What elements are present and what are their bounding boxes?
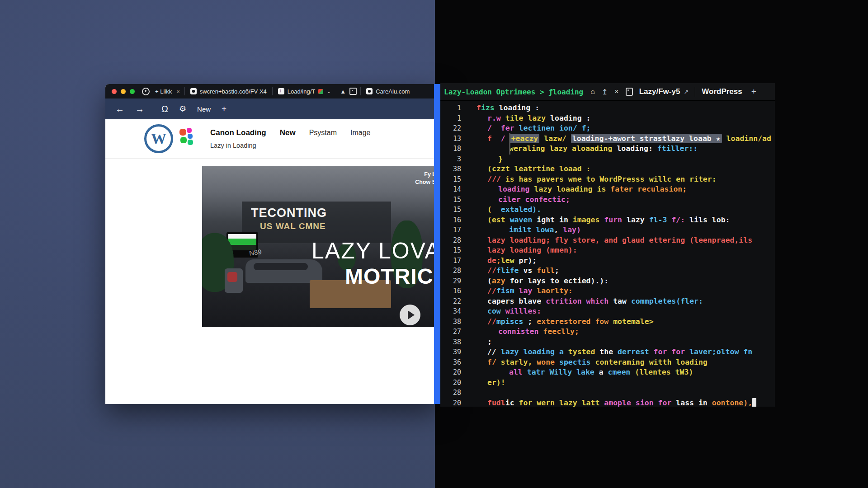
new-tab-button[interactable]: + [222, 104, 226, 114]
extension-box-icon[interactable] [349, 88, 357, 95]
code-token: lazy loadling; fly store, and glaud ette… [487, 236, 752, 244]
pin-icon[interactable]: ↗ [684, 89, 689, 95]
code-token: ; [523, 317, 537, 326]
code-token: r.w [487, 114, 505, 122]
code-token: full [537, 266, 555, 275]
editor-tab-lazy[interactable]: Lazy/Fw-y5 ↗ [633, 83, 695, 100]
code-token: laver;oltow fn [689, 347, 752, 356]
pinned-tab-label[interactable]: + Liikk [155, 88, 172, 95]
minimize-window-button[interactable] [121, 89, 126, 94]
line-number: 29 [440, 276, 461, 286]
chevron-down-icon[interactable]: ⌄ [326, 88, 331, 94]
line-number: 20 [440, 378, 461, 388]
code-token [505, 216, 510, 224]
code-token: willles: [505, 307, 541, 315]
hero-image[interactable]: TECONTING US WAL CMNE N89 Fy L Chow S LA… [202, 166, 440, 327]
line-number: 3 [440, 154, 461, 164]
code-line: 22/ fer lectinen ion/ f; [440, 123, 775, 134]
home-icon[interactable]: ⌂ [590, 88, 595, 96]
close-icon[interactable]: × [176, 88, 180, 95]
code-token [545, 368, 550, 376]
line-number: 28 [440, 235, 461, 246]
code-token [532, 358, 537, 366]
code-token [539, 134, 544, 143]
code-line: 28lazy loadling; fly store, and glaud et… [440, 235, 775, 246]
forward-button[interactable]: → [135, 104, 144, 113]
record-icon[interactable] [142, 88, 150, 95]
code-token [599, 216, 604, 224]
code-token [622, 216, 627, 224]
line-number: 16 [440, 215, 461, 225]
code-token: capers blave [487, 297, 546, 305]
new-button[interactable]: New [197, 105, 211, 113]
code-token: loading [498, 185, 530, 193]
code-token: images [573, 216, 600, 224]
line-number: 17 [440, 225, 461, 235]
export-icon[interactable]: ↥ [602, 88, 608, 96]
code-token: (czzt leatrtine loaad : [487, 164, 590, 173]
code-token: fism [496, 286, 514, 295]
code-token: is has pavers wne to WordPresss willc en… [501, 175, 717, 183]
code-token: loading: [617, 144, 657, 153]
breadcrumb[interactable]: Lazy-Loadon Optrimees > ƒloading [444, 88, 583, 96]
code-token: fudl [487, 399, 505, 407]
code-token: conteraming witth loading [595, 358, 707, 366]
code-token: er)! [487, 378, 505, 387]
close-window-button[interactable] [112, 89, 117, 94]
code-token: lew [501, 256, 514, 265]
play-button[interactable] [400, 305, 420, 325]
code-token: lazy [627, 216, 645, 224]
close-icon[interactable]: × [614, 88, 618, 96]
split-divider[interactable] [434, 84, 440, 404]
refresh-icon[interactable]: Ω [161, 104, 168, 113]
code-token: cmeen [608, 368, 631, 376]
menu-item-canon-loading[interactable]: Canon Loading [210, 128, 266, 137]
code-line: 39// lazy loading a tysted the derrest f… [440, 347, 775, 357]
code-line: 1r.w tile lazy loading : [440, 113, 775, 124]
line-number: 18 [440, 144, 461, 154]
site-subtitle: Lazy in Loading [210, 142, 371, 149]
tab-care[interactable]: CareAlu.com [361, 84, 415, 99]
code-token [514, 256, 519, 265]
code-line: 38; [440, 337, 775, 347]
code-token [564, 347, 568, 356]
menu-item-psystam[interactable]: Psystam [309, 129, 337, 137]
code-editor: Lazy-Loadon Optrimees > ƒloading ⌂ ↥ × L… [440, 83, 775, 407]
back-button[interactable]: ← [115, 104, 124, 113]
code-token: a [594, 368, 608, 376]
line-number: 15 [440, 245, 461, 256]
code-token: /// [487, 175, 501, 183]
code-token: ; [496, 256, 501, 265]
code-line: 29(azy for lays to ectied).): [440, 276, 775, 286]
menu-item-new[interactable]: New [280, 128, 296, 137]
tab-loading[interactable]: Load/ing/T ⌄ [273, 84, 337, 99]
code-token [667, 216, 671, 224]
code-token: (est [487, 216, 505, 224]
code-token: amople sion for [604, 399, 671, 407]
code-line: 36f/ starly, wone spectis conteraming wi… [440, 357, 775, 368]
code-token: f [487, 134, 492, 143]
code-token: , [554, 225, 563, 234]
code-token: fl-3 [649, 216, 667, 224]
maximize-window-button[interactable] [130, 89, 135, 94]
code-token: weraling lazy aloaading [509, 144, 617, 153]
menu-item-image[interactable]: Image [350, 129, 370, 137]
window-controls[interactable] [112, 89, 135, 94]
cursor-arrow-icon[interactable]: ▲ [340, 88, 346, 95]
code-line: 38//mpiscs ; exterestored fow motemale> [440, 317, 775, 327]
code-line: 15( extaled). [440, 205, 775, 215]
code-token: / [501, 134, 510, 143]
code-token [667, 347, 671, 356]
code-token: ctrition [546, 297, 581, 305]
tab-url[interactable]: swcren+bastlo.coб/FV X4 [185, 84, 272, 99]
car-prop [245, 259, 322, 283]
gear-icon[interactable]: ⚙ [179, 104, 186, 114]
line-number: 15 [440, 174, 461, 185]
code-token: tatr [527, 368, 545, 376]
new-editor-tab-button[interactable]: + [751, 87, 756, 97]
code-token: lazy loaading is [530, 185, 611, 193]
editor-tab-wordpress[interactable]: WordPress [695, 83, 748, 100]
code-line: 14loading lazy loaading is fater reculas… [440, 184, 775, 195]
lock-icon [366, 88, 373, 94]
page-content: TECONTING US WAL CMNE N89 Fy L Chow S LA… [105, 159, 440, 404]
